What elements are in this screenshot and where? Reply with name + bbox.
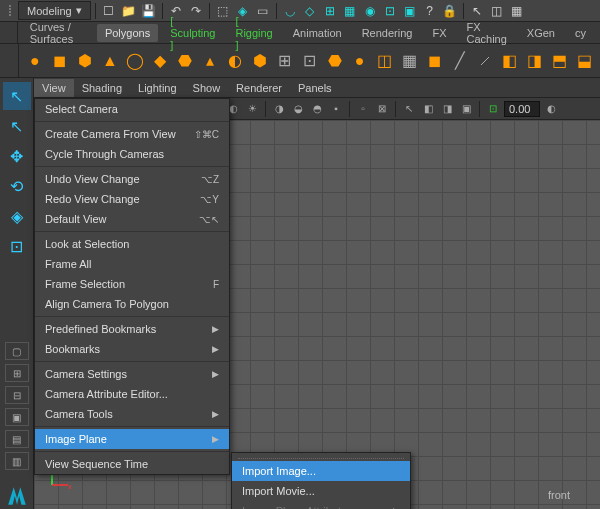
save-file-icon[interactable]: 💾 <box>140 2 158 20</box>
poly-smooth-icon[interactable]: ▦ <box>400 48 419 74</box>
exposure-value[interactable]: 0.00 <box>504 101 540 117</box>
tab-animation[interactable]: Animation <box>285 24 350 42</box>
tab-cy[interactable]: cy <box>567 24 594 42</box>
poly-tool1-icon[interactable]: ⊞ <box>275 48 294 74</box>
poly-combine-icon[interactable]: ⬓ <box>575 48 594 74</box>
brush-tool[interactable]: ⊡ <box>3 232 31 260</box>
shelf-tab-bar: Curves / Surfaces Polygons [ Sculpting ]… <box>0 22 600 44</box>
menu-cycle-cameras[interactable]: Cycle Through Cameras <box>35 144 229 164</box>
panel-menu-panels[interactable]: Panels <box>290 79 340 97</box>
menu-predefined-bookmarks[interactable]: Predefined Bookmarks▶ <box>35 319 229 339</box>
poly-pyramid-icon[interactable]: ▴ <box>200 48 219 74</box>
poly-bridge-icon[interactable]: ⬒ <box>550 48 569 74</box>
scale-tool[interactable]: ◈ <box>3 202 31 230</box>
lock-icon[interactable]: 🔒 <box>441 2 459 20</box>
light-icon[interactable]: ☀ <box>244 101 260 117</box>
ao-icon[interactable]: ◒ <box>290 101 306 117</box>
tab-xgen[interactable]: XGen <box>519 24 563 42</box>
poly-extrude-icon[interactable]: ◧ <box>500 48 519 74</box>
expose-icon[interactable]: ⊡ <box>485 101 501 117</box>
snap-point-icon[interactable]: ◇ <box>301 2 319 20</box>
poly-pipe-icon[interactable]: ◐ <box>225 48 244 74</box>
shadows-icon[interactable]: ◑ <box>271 101 287 117</box>
poly-torus2-icon[interactable]: ⬣ <box>325 48 344 74</box>
gizmo3-icon[interactable]: ▣ <box>458 101 474 117</box>
menu-frame-selection[interactable]: Frame SelectionF <box>35 274 229 294</box>
poly-cube-icon[interactable]: ◼ <box>50 48 69 74</box>
snap-plane-icon[interactable]: ▦ <box>341 2 359 20</box>
layout-outliner-icon[interactable]: ▤ <box>5 430 29 448</box>
poly-type-icon[interactable]: ⬢ <box>250 48 269 74</box>
poly-cylinder-icon[interactable]: ⬢ <box>75 48 94 74</box>
motion-blur-icon[interactable]: ◓ <box>309 101 325 117</box>
gamma-icon[interactable]: ◐ <box>543 101 559 117</box>
panel-menu-show[interactable]: Show <box>185 79 229 97</box>
snap-view-icon[interactable]: ◉ <box>361 2 379 20</box>
menu-select-camera[interactable]: Select Camera <box>35 99 229 119</box>
menu-camera-tools[interactable]: Camera Tools▶ <box>35 404 229 424</box>
submenu-import-movie[interactable]: Import Movie... <box>232 481 410 501</box>
tab-rendering[interactable]: Rendering <box>354 24 421 42</box>
select-tool[interactable]: ↖ <box>3 82 31 110</box>
gizmo1-icon[interactable]: ◧ <box>420 101 436 117</box>
poly-subd-icon[interactable]: ◼ <box>425 48 444 74</box>
lasso-tool[interactable]: ↖ <box>3 112 31 140</box>
help-icon[interactable]: ? <box>421 2 439 20</box>
poly-sphere2-icon[interactable]: ● <box>350 48 369 74</box>
poly-bevel-icon[interactable]: ◨ <box>525 48 544 74</box>
chevron-right-icon: ▶ <box>212 344 219 354</box>
layout-graph-icon[interactable]: ▥ <box>5 452 29 470</box>
panel-menu-shading[interactable]: Shading <box>74 79 130 97</box>
layout-persp-icon[interactable]: ▣ <box>5 408 29 426</box>
menu-redo-view[interactable]: Redo View Change⌥Y <box>35 189 229 209</box>
isolate-icon[interactable]: ▫ <box>355 101 371 117</box>
snap-grid-icon[interactable]: ⊞ <box>321 2 339 20</box>
poly-cone-icon[interactable]: ▲ <box>100 48 119 74</box>
poly-torus-icon[interactable]: ◯ <box>125 48 144 74</box>
rotate-tool[interactable]: ⟲ <box>3 172 31 200</box>
arrow-icon[interactable]: ↖ <box>401 101 417 117</box>
poly-edge-icon[interactable]: ⟋ <box>475 48 494 74</box>
snap-toggle-icon[interactable]: ▣ <box>401 2 419 20</box>
poly-tool2-icon[interactable]: ⊡ <box>300 48 319 74</box>
menu-look-at[interactable]: Look at Selection <box>35 234 229 254</box>
submenu-import-image[interactable]: Import Image... <box>232 461 410 481</box>
tab-fx[interactable]: FX <box>424 24 454 42</box>
menu-bookmarks[interactable]: Bookmarks▶ <box>35 339 229 359</box>
menu-frame-all[interactable]: Frame All <box>35 254 229 274</box>
menu-align-camera[interactable]: Align Camera To Polygon <box>35 294 229 314</box>
workspace-label: Modeling <box>27 5 72 17</box>
gizmo2-icon[interactable]: ◨ <box>439 101 455 117</box>
tab-fxcaching[interactable]: FX Caching <box>459 18 515 48</box>
poly-disc-icon[interactable]: ⬣ <box>175 48 194 74</box>
menu-view-sequence[interactable]: View Sequence Time <box>35 454 229 474</box>
poly-plane-icon[interactable]: ◆ <box>150 48 169 74</box>
open-file-icon[interactable]: 📁 <box>120 2 138 20</box>
layout-two-icon[interactable]: ⊟ <box>5 386 29 404</box>
layout-single-icon[interactable]: ▢ <box>5 342 29 360</box>
panel-menu-view[interactable]: View <box>34 79 74 97</box>
viewport-label: front <box>548 489 570 501</box>
menu-camera-attr[interactable]: Camera Attribute Editor... <box>35 384 229 404</box>
panel-menu-renderer[interactable]: Renderer <box>228 79 290 97</box>
menu-undo-view[interactable]: Undo View Change⌥Z <box>35 169 229 189</box>
poly-mirror-icon[interactable]: ◫ <box>375 48 394 74</box>
poly-sphere-icon[interactable]: ● <box>25 48 44 74</box>
aa-icon[interactable]: ▪ <box>328 101 344 117</box>
xray-icon[interactable]: ⊠ <box>374 101 390 117</box>
panel-menu-lighting[interactable]: Lighting <box>130 79 185 97</box>
move-tool[interactable]: ✥ <box>3 142 31 170</box>
shelf-icons-row: ● ◼ ⬢ ▲ ◯ ◆ ⬣ ▴ ◐ ⬢ ⊞ ⊡ ⬣ ● ◫ ▦ ◼ ╱ ⟋ ◧ … <box>0 44 600 78</box>
menu-camera-settings[interactable]: Camera Settings▶ <box>35 364 229 384</box>
tab-curves[interactable]: Curves / Surfaces <box>22 18 93 48</box>
snap-live-icon[interactable]: ⊡ <box>381 2 399 20</box>
grip-handle[interactable] <box>6 4 14 18</box>
menu-create-camera[interactable]: Create Camera From View⇧⌘C <box>35 124 229 144</box>
snap-curve-icon[interactable]: ◡ <box>281 2 299 20</box>
menu-image-plane[interactable]: Image Plane▶ <box>35 429 229 449</box>
tab-polygons[interactable]: Polygons <box>97 24 158 42</box>
layout-four-icon[interactable]: ⊞ <box>5 364 29 382</box>
new-file-icon[interactable]: ☐ <box>100 2 118 20</box>
menu-default-view[interactable]: Default View⌥↖ <box>35 209 229 229</box>
poly-line-icon[interactable]: ╱ <box>450 48 469 74</box>
